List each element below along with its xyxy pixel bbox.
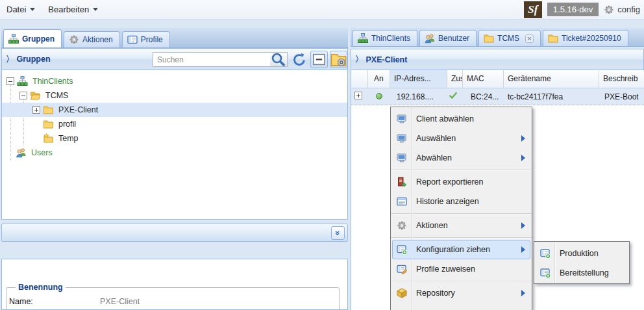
expand-expander-icon[interactable] [32, 106, 40, 114]
menu-item-label: Konfiguration ziehen [416, 245, 490, 254]
column-header-an[interactable]: An [368, 70, 390, 88]
menu-item-label: Abwählen [416, 153, 452, 162]
tab-gruppen[interactable]: Gruppen [3, 29, 62, 47]
column-header-zustand[interactable]: Zus... [447, 70, 463, 88]
left-panel-header: 〉 Gruppen [1, 48, 348, 70]
tab-profile[interactable]: Profile [122, 31, 170, 47]
menu-item-report-exportieren[interactable]: Report exportieren [392, 172, 530, 192]
menu-item-label: Profile zuweisen [416, 265, 475, 274]
row-expander-icon[interactable] [354, 92, 362, 99]
submenu-arrow-icon [521, 155, 525, 161]
konfiguration-ziehen-submenu: Produktion Bereitstellung [534, 241, 630, 284]
form-icon [127, 34, 138, 45]
tree-node-temp[interactable]: Temp [2, 131, 347, 146]
tree-node-tcms[interactable]: TCMS [2, 88, 347, 103]
tree-node-pxe-client[interactable]: PXE-Client [2, 103, 347, 117]
cell-device-name: tc-bc24117f7fea [504, 92, 599, 101]
users-icon [16, 148, 27, 158]
left-panel: Gruppen Aktionen Profile 〉 Gruppen [1, 28, 348, 310]
tab-label: Benutzer [438, 34, 469, 43]
cell-ip: 192.168.... [390, 92, 447, 101]
close-tab-icon[interactable]: ✕ [525, 34, 534, 43]
submenu-item-bereitstellung[interactable]: Bereitstellung [536, 263, 628, 283]
menu-datei-label: Datei [6, 5, 26, 14]
column-header-mac[interactable]: MAC [463, 70, 504, 88]
menu-item-aktionen[interactable]: Aktionen [392, 216, 530, 235]
tree-node-users[interactable]: Users [2, 146, 347, 160]
menu-bearbeiten-label: Bearbeiten [48, 5, 89, 14]
menu-item-profile-zuweisen[interactable]: Profile zuweisen [392, 259, 530, 279]
collapse-expander-icon[interactable] [19, 92, 27, 99]
client-icon [397, 153, 407, 163]
tab-aktionen[interactable]: Aktionen [64, 31, 120, 47]
left-tabstrip: Gruppen Aktionen Profile [1, 28, 348, 48]
column-header-expand[interactable] [351, 70, 368, 88]
history-icon [397, 196, 407, 207]
search-input[interactable] [153, 52, 271, 67]
tab-label: Profile [141, 35, 163, 44]
submenu-item-produktion[interactable]: Produktion [536, 244, 628, 263]
menu-item-label: Bereitstellung [560, 268, 609, 278]
client-icon [397, 133, 407, 144]
caret-down-icon [93, 8, 98, 11]
org-chart-icon [17, 76, 28, 86]
menu-item-repository[interactable]: Repository [392, 283, 530, 303]
menu-separator [391, 213, 532, 214]
tab-thinclients[interactable]: ThinClients [353, 30, 417, 46]
app-logo: Sf [524, 1, 542, 18]
config-pull-icon [540, 248, 551, 259]
collapse-all-button[interactable] [310, 51, 328, 68]
gear-icon [604, 5, 614, 15]
tab-tcms[interactable]: TCMS ✕ [478, 30, 541, 46]
client-row[interactable]: 192.168.... BC:24... tc-bc24117f7fea PXE… [351, 88, 644, 105]
collapsed-panel-bar: » [1, 224, 348, 242]
header-arrow: 〉 [6, 54, 14, 65]
right-panel-header: 〉 PXE-Client [351, 49, 644, 70]
submenu-arrow-icon [521, 246, 525, 253]
tab-label: Aktionen [82, 35, 113, 44]
users-icon [425, 33, 435, 44]
menu-datei[interactable]: Datei [0, 0, 42, 19]
menu-item-abwaehlen[interactable]: Abwählen [392, 148, 530, 168]
gear-icon [69, 34, 79, 45]
caret-down-icon [30, 8, 35, 11]
tree-node-label: profil [56, 120, 78, 129]
expand-panel-button[interactable]: » [331, 226, 345, 240]
menu-item-konfiguration-ziehen[interactable]: Konfiguration ziehen [392, 240, 530, 259]
folder-link-button[interactable] [330, 51, 347, 68]
online-status-icon [376, 93, 382, 99]
menu-item-auswaehlen[interactable]: Auswählen [392, 129, 530, 148]
menu-bearbeiten[interactable]: Bearbeiten [42, 0, 105, 19]
submenu-arrow-icon [521, 290, 525, 296]
cell-description: PXE-Boot [599, 92, 644, 101]
search-button[interactable] [270, 52, 288, 67]
folder-icon [43, 119, 54, 129]
menu-item-label: Repository [416, 289, 455, 298]
tree-node-thinclients[interactable]: ThinClients [2, 74, 347, 88]
folder-icon [548, 33, 558, 44]
folder-open-icon [30, 90, 41, 101]
client-icon [397, 114, 407, 124]
fieldset-legend: Benennung [16, 283, 66, 292]
menu-separator [391, 281, 532, 281]
refresh-button[interactable] [292, 53, 306, 66]
tree-node-profil[interactable]: profil [2, 117, 347, 131]
left-panel-title: Gruppen [17, 55, 51, 64]
folder-icon [484, 33, 494, 44]
column-header-ip[interactable]: IP-Adres... [390, 70, 447, 88]
menu-item-historie-anzeigen[interactable]: Historie anzeigen [392, 192, 530, 211]
tree-node-label: Temp [56, 134, 80, 143]
collapse-expander-icon[interactable] [6, 77, 14, 85]
config-button[interactable]: config [604, 5, 640, 15]
column-header-beschreibung[interactable]: Beschreib [599, 70, 644, 88]
column-header-geraetename[interactable]: Gerätename [504, 70, 599, 88]
right-tabstrip: ThinClients Benutzer TCMS ✕ Ticket#20250… [351, 28, 644, 47]
refresh-icon [292, 53, 306, 67]
menu-item-client-abwaehlen[interactable]: Client abwählen [392, 109, 530, 129]
tab-ticket[interactable]: Ticket#20250910 [543, 30, 628, 46]
menu-item-label: Historie anzeigen [416, 197, 479, 206]
menu-separator [391, 170, 532, 170]
tab-benutzer[interactable]: Benutzer [419, 30, 477, 46]
tree-node-label: ThinClients [31, 77, 75, 86]
report-export-icon [397, 177, 407, 187]
